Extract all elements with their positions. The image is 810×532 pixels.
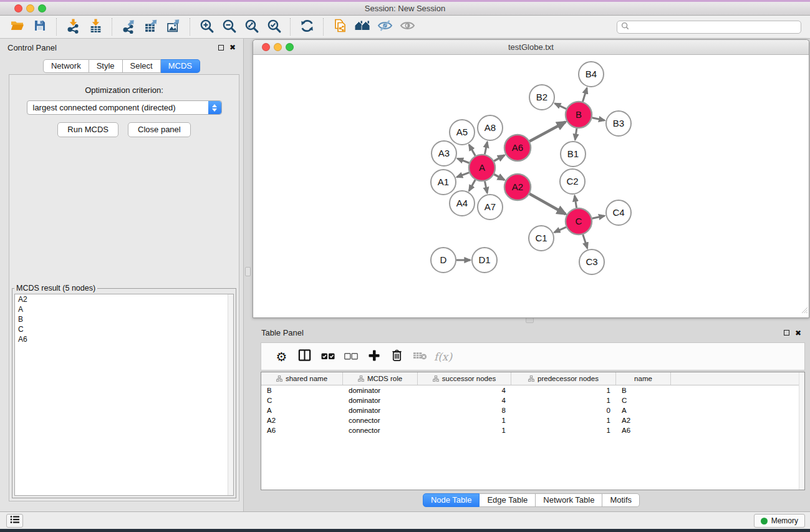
import-network-button[interactable] (62, 17, 84, 37)
close-table-panel-icon[interactable]: ✖ (795, 329, 801, 337)
new-network-from-selection-button[interactable] (329, 17, 351, 37)
column-header-shared-name[interactable]: shared name (261, 372, 343, 385)
graph-edge-B-B4[interactable] (582, 88, 587, 102)
graph-node-A8[interactable]: A8 (478, 115, 503, 140)
column-header-name[interactable]: name (616, 372, 671, 385)
import-table-button[interactable] (84, 17, 107, 37)
graph-node-A5[interactable]: A5 (450, 120, 475, 145)
show-columns-button[interactable] (293, 346, 316, 368)
table-scrollbar[interactable] (799, 372, 804, 490)
export-table-button[interactable] (140, 17, 162, 37)
float-table-panel-icon[interactable] (784, 330, 789, 336)
graph-node-B1[interactable]: B1 (561, 142, 586, 167)
graph-node-C1[interactable]: C1 (529, 226, 554, 251)
mcds-result-list[interactable]: A2ABCA6 (14, 294, 234, 496)
graph-node-C3[interactable]: C3 (579, 249, 604, 274)
graph-edge-B-B1[interactable] (575, 128, 577, 140)
float-panel-icon[interactable] (218, 45, 224, 51)
search-field[interactable] (617, 21, 801, 34)
graph-edge-A-A1[interactable] (457, 173, 470, 177)
cyndex-browser-button[interactable] (351, 17, 374, 37)
graph-edge-A-A3[interactable] (458, 158, 470, 163)
tab-mcds[interactable]: MCDS (161, 59, 200, 73)
show-panel-button[interactable] (396, 17, 418, 37)
tab-style[interactable]: Style (89, 59, 123, 73)
graph-edge-A6-B[interactable] (529, 122, 566, 141)
graph-node-B3[interactable]: B3 (606, 111, 631, 136)
graph-edge-C-C4[interactable] (592, 216, 604, 218)
column-header-successor-nodes[interactable]: successor nodes (418, 372, 511, 385)
graph-node-C[interactable]: C (566, 208, 592, 235)
graph-node-B4[interactable]: B4 (579, 62, 604, 87)
resize-grip-icon[interactable] (800, 305, 808, 316)
table-row-a2[interactable]: A2connector11A2 (261, 415, 804, 425)
graph-node-C4[interactable]: C4 (606, 200, 631, 225)
search-input[interactable] (632, 22, 797, 31)
table-row-b[interactable]: Bdominator41B (261, 385, 804, 395)
delete-column-button[interactable] (385, 346, 408, 368)
zoom-out-button[interactable] (218, 17, 240, 37)
graph-edge-B-B2[interactable] (555, 104, 566, 109)
hide-panel-button[interactable] (374, 17, 396, 37)
result-item-b[interactable]: B (15, 314, 233, 324)
graph-edge-A-A2[interactable] (494, 175, 504, 180)
tab-network-table[interactable]: Network Table (536, 493, 602, 507)
result-item-a2[interactable]: A2 (15, 294, 233, 304)
network-graph[interactable]: A5A8A3AA1A4A7A6A2B2BB4B3B1C2CC4C1C3DD1 (253, 55, 809, 317)
graph-edge-A-A4[interactable] (469, 180, 475, 191)
result-item-c[interactable]: C (15, 324, 233, 334)
graph-edge-A-A8[interactable] (485, 142, 487, 155)
export-image-button[interactable] (162, 17, 185, 37)
graph-node-A4[interactable]: A4 (450, 191, 475, 216)
graph-node-A3[interactable]: A3 (432, 141, 456, 166)
tab-edge-table[interactable]: Edge Table (480, 493, 536, 507)
graph-edge-A2-C[interactable] (529, 194, 566, 214)
table-row-c[interactable]: Cdominator41C (261, 395, 804, 405)
tab-network[interactable]: Network (43, 59, 89, 73)
result-item-a6[interactable]: A6 (15, 334, 233, 344)
table-row-a6[interactable]: A6connector11A6 (261, 425, 804, 435)
graph-node-B[interactable]: B (566, 102, 592, 128)
tab-select[interactable]: Select (123, 59, 161, 73)
zoom-in-button[interactable] (195, 17, 218, 37)
graph-node-C2[interactable]: C2 (560, 169, 585, 194)
select-all-button[interactable] (316, 346, 339, 368)
graph-node-B2[interactable]: B2 (529, 85, 554, 110)
task-history-button[interactable] (6, 514, 23, 528)
memory-button[interactable]: Memory (754, 514, 805, 528)
graph-edge-A-A6[interactable] (494, 155, 504, 161)
network-canvas[interactable]: A5A8A3AA1A4A7A6A2B2BB4B3B1C2CC4C1C3DD1 (253, 55, 809, 317)
graph-node-A1[interactable]: A1 (431, 170, 456, 195)
graph-edge-A-A5[interactable] (469, 145, 475, 156)
close-panel-button[interactable]: Close panel (128, 122, 191, 137)
graph-node-A[interactable]: A (469, 155, 495, 181)
result-list-scrollbar[interactable] (228, 294, 233, 495)
graph-node-A2[interactable]: A2 (504, 174, 531, 200)
column-header-predecessor-nodes[interactable]: predecessor nodes (511, 372, 616, 385)
graph-node-A7[interactable]: A7 (478, 195, 503, 220)
tab-node-table[interactable]: Node Table (423, 493, 480, 507)
tab-motifs[interactable]: Motifs (602, 493, 640, 507)
graph-edge-C-C2[interactable] (575, 196, 577, 208)
graph-edge-B-B3[interactable] (592, 118, 604, 120)
zoom-selected-button[interactable] (263, 17, 285, 37)
deselect-all-button[interactable] (339, 346, 362, 368)
graph-edge-C-C3[interactable] (583, 235, 587, 248)
close-panel-icon[interactable]: ✖ (229, 44, 236, 51)
table-settings-button[interactable]: ⚙ (270, 346, 293, 368)
graph-node-D1[interactable]: D1 (472, 248, 497, 273)
save-session-button[interactable] (29, 17, 51, 37)
zoom-fit-button[interactable] (240, 17, 263, 37)
table-row-a[interactable]: Adominator80A (261, 405, 804, 415)
run-mcds-button[interactable]: Run MCDS (57, 122, 118, 137)
graph-node-D[interactable]: D (431, 248, 456, 273)
export-network-button[interactable] (117, 17, 140, 37)
open-session-button[interactable] (6, 17, 29, 37)
apply-layout-button[interactable] (296, 17, 318, 37)
graph-node-A6[interactable]: A6 (504, 135, 531, 161)
graph-edge-A-A7[interactable] (485, 181, 487, 193)
optimization-criterion-dropdown[interactable]: largest connected component (directed) (27, 100, 222, 115)
vertical-split-handle[interactable] (245, 267, 251, 276)
create-column-button[interactable] (362, 346, 385, 368)
horizontal-split-handle[interactable] (526, 317, 534, 323)
